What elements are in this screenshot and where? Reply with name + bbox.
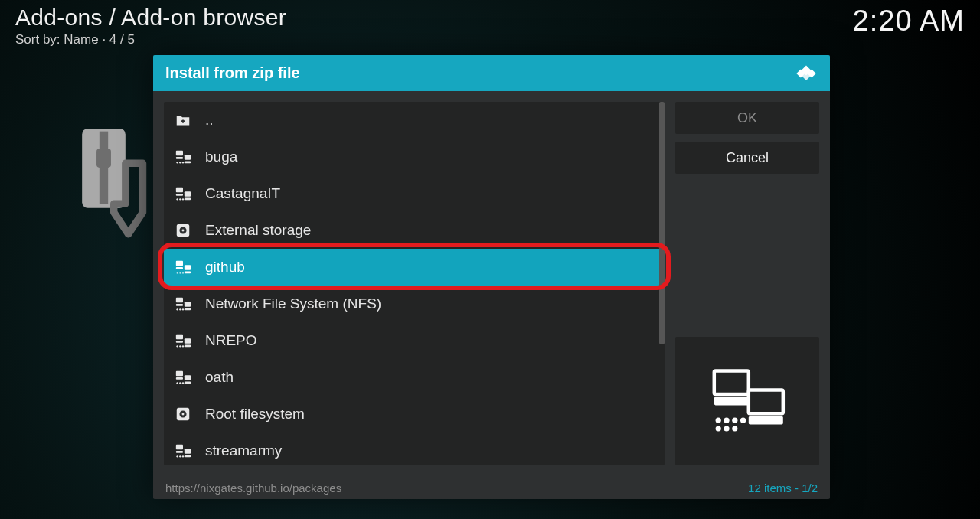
svg-point-59 xyxy=(182,455,184,457)
net-share-icon xyxy=(175,149,191,165)
svg-point-58 xyxy=(179,455,181,457)
svg-point-11 xyxy=(182,162,184,163)
svg-point-47 xyxy=(176,382,178,384)
svg-rect-7 xyxy=(185,155,191,159)
net-share-icon xyxy=(175,332,191,349)
svg-rect-23 xyxy=(176,267,183,269)
zip-file-icon xyxy=(80,127,153,257)
svg-rect-61 xyxy=(714,397,749,406)
sort-info: Sort by: Name · 4 / 5 xyxy=(15,32,286,47)
svg-rect-5 xyxy=(176,151,183,155)
disk-icon xyxy=(175,406,191,423)
install-zip-dialog: Install from zip file ..bugaCastagnaITEx… xyxy=(153,55,830,499)
svg-point-16 xyxy=(176,198,178,200)
svg-rect-39 xyxy=(185,345,191,348)
svg-rect-63 xyxy=(749,416,783,425)
svg-rect-30 xyxy=(176,304,183,306)
footer-count: 12 items - 1/2 xyxy=(748,481,818,495)
footer-path: https://nixgates.github.io/packages xyxy=(165,481,341,495)
scrollbar[interactable] xyxy=(659,102,665,344)
svg-rect-55 xyxy=(185,449,191,453)
svg-point-35 xyxy=(182,308,184,310)
breadcrumb: Add-ons / Add-on browser xyxy=(15,5,286,31)
svg-rect-29 xyxy=(176,298,183,302)
svg-point-65 xyxy=(724,418,729,423)
svg-rect-31 xyxy=(185,302,191,306)
svg-rect-54 xyxy=(176,451,183,453)
svg-rect-22 xyxy=(176,261,183,266)
file-item-label: github xyxy=(205,259,245,276)
svg-rect-25 xyxy=(185,272,191,274)
svg-rect-32 xyxy=(185,308,191,311)
svg-point-17 xyxy=(179,198,181,200)
file-item-parent[interactable]: .. xyxy=(164,102,665,139)
folder-up-icon xyxy=(175,112,191,129)
svg-point-27 xyxy=(179,272,181,273)
svg-rect-36 xyxy=(176,335,183,339)
disk-icon xyxy=(175,222,191,239)
file-list[interactable]: ..bugaCastagnaITExternal storagegithubNe… xyxy=(164,102,665,465)
file-item-label: buga xyxy=(205,149,237,165)
svg-point-66 xyxy=(732,418,737,423)
svg-point-49 xyxy=(182,382,184,384)
svg-point-52 xyxy=(182,413,185,416)
svg-rect-53 xyxy=(176,445,183,449)
svg-rect-2 xyxy=(96,149,111,168)
net-share-icon xyxy=(175,369,191,386)
file-item-label: Root filesystem xyxy=(205,406,305,423)
svg-rect-8 xyxy=(185,162,191,164)
file-item-label: Network File System (NFS) xyxy=(205,295,381,312)
svg-rect-37 xyxy=(176,341,183,343)
file-item-github[interactable]: github xyxy=(164,249,665,286)
svg-point-28 xyxy=(182,272,184,273)
svg-point-40 xyxy=(176,345,178,347)
svg-point-68 xyxy=(716,426,721,431)
net-share-icon xyxy=(175,259,191,276)
net-share-icon xyxy=(175,295,191,312)
svg-rect-45 xyxy=(185,375,191,380)
svg-point-34 xyxy=(179,308,181,310)
file-item-label: streamarmy xyxy=(205,442,282,459)
svg-rect-6 xyxy=(176,157,183,159)
file-item-network-file-system-nfs-[interactable]: Network File System (NFS) xyxy=(164,286,665,322)
source-thumbnail xyxy=(675,337,819,465)
svg-point-67 xyxy=(740,418,746,423)
file-item-external-storage[interactable]: External storage xyxy=(164,212,665,249)
ok-button[interactable]: OK xyxy=(675,102,819,134)
file-item-buga[interactable]: buga xyxy=(164,139,665,175)
svg-rect-56 xyxy=(185,455,191,458)
svg-point-33 xyxy=(176,308,178,310)
svg-point-48 xyxy=(179,382,181,384)
kodi-logo-icon xyxy=(795,62,818,85)
svg-rect-44 xyxy=(176,377,183,380)
svg-point-41 xyxy=(179,345,181,347)
svg-point-10 xyxy=(179,162,181,163)
svg-point-9 xyxy=(176,162,178,163)
svg-rect-60 xyxy=(714,370,749,394)
net-share-icon xyxy=(175,185,191,202)
svg-rect-43 xyxy=(176,371,183,376)
file-item-label: CastagnaIT xyxy=(205,185,280,202)
file-item-label: NREPO xyxy=(205,332,257,349)
clock: 2:20 AM xyxy=(853,5,965,38)
file-item-oath[interactable]: oath xyxy=(164,359,665,396)
file-item-label: oath xyxy=(205,369,234,386)
cancel-button[interactable]: Cancel xyxy=(675,142,819,174)
file-item-nrepo[interactable]: NREPO xyxy=(164,322,665,359)
svg-point-26 xyxy=(176,272,178,273)
svg-rect-38 xyxy=(185,338,191,343)
svg-point-69 xyxy=(724,426,729,431)
svg-rect-46 xyxy=(185,382,191,384)
svg-point-64 xyxy=(716,418,721,423)
svg-rect-13 xyxy=(176,194,183,196)
file-item-castagnait[interactable]: CastagnaIT xyxy=(164,175,665,212)
file-item-streamarmy[interactable]: streamarmy xyxy=(164,432,665,465)
svg-rect-24 xyxy=(185,265,191,269)
svg-point-21 xyxy=(182,230,185,232)
file-item-label: .. xyxy=(205,112,214,129)
file-item-root-filesystem[interactable]: Root filesystem xyxy=(164,396,665,432)
svg-point-42 xyxy=(182,345,184,347)
dialog-title: Install from zip file xyxy=(165,64,300,82)
file-item-label: External storage xyxy=(205,222,311,239)
net-share-icon xyxy=(175,442,191,459)
